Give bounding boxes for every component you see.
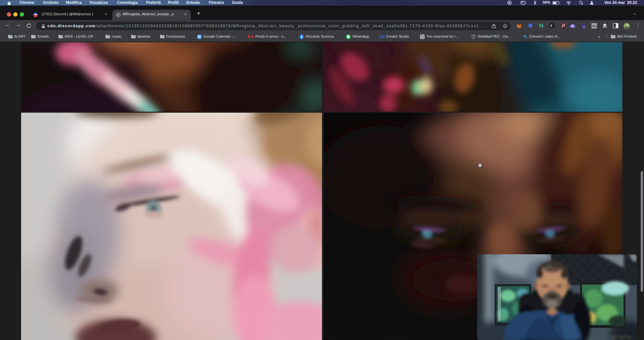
svg-text:31: 31 bbox=[198, 36, 201, 38]
svg-text:KW: KW bbox=[592, 25, 597, 28]
